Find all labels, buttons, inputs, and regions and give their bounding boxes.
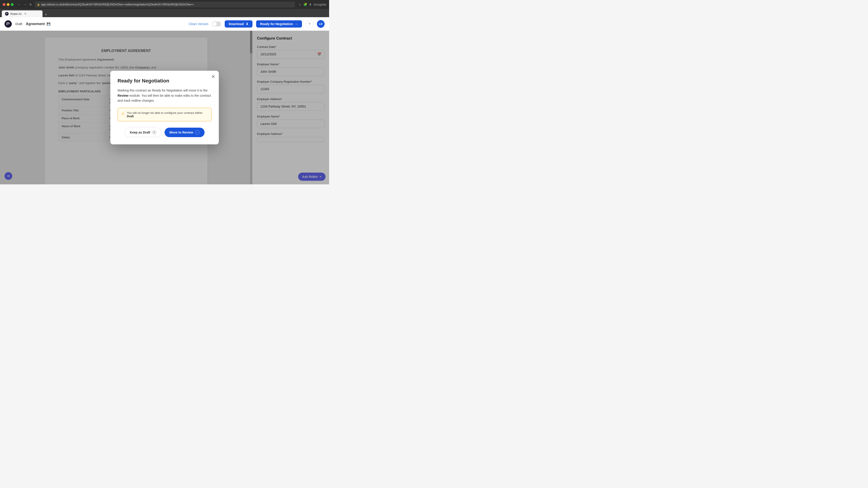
forward-btn[interactable]: → <box>23 2 28 7</box>
ready-for-negotiation-button[interactable]: Ready for Negotiation → <box>256 20 302 28</box>
ready-label: Ready for Negotiation <box>260 22 293 26</box>
keep-draft-label: Keep as Draft <box>130 131 150 134</box>
bookmark-icon[interactable]: ☆ <box>299 3 302 6</box>
new-tab-btn[interactable]: + <box>42 12 50 17</box>
help-button[interactable]: ? <box>306 20 313 28</box>
draft-bold: Draft <box>127 115 133 118</box>
lock-icon: 🔒 <box>37 3 40 6</box>
close-window-btn[interactable] <box>3 3 5 6</box>
reload-btn[interactable]: ↻ <box>29 2 33 7</box>
incognito-label: Incognito <box>313 3 327 6</box>
header-agreement-title: Agreement <box>26 22 45 26</box>
download-arrow-icon: ⬇ <box>246 22 248 26</box>
save-icon: 💾 <box>46 22 51 26</box>
minimize-window-btn[interactable] <box>7 3 9 6</box>
address-bar[interactable]: 🔒 app.robinai.co.uk/draft/contract/Q29ud… <box>35 2 295 7</box>
ready-arrow-icon: → <box>295 22 298 26</box>
keep-draft-x-icon: ✕ <box>152 130 156 134</box>
clean-version-toggle[interactable] <box>212 22 221 26</box>
modal-warning: ⚠ You will no longer be able to configur… <box>118 108 212 121</box>
extensions-icon[interactable]: 🧩 <box>303 3 307 6</box>
review-bold: Review <box>118 94 128 97</box>
download-icon[interactable]: ⬇ <box>309 3 312 6</box>
help-icon: ? <box>309 22 310 26</box>
robin-ai-favicon <box>5 12 8 15</box>
tab-title: Robin AI <box>10 12 22 15</box>
browser-chrome: ← → ↻ 🔒 app.robinai.co.uk/draft/contract… <box>0 0 329 9</box>
avatar-button[interactable]: LD <box>317 20 324 28</box>
modal-title: Ready for Negotiation <box>118 78 212 84</box>
tab-close-btn[interactable]: ✕ <box>24 12 26 15</box>
modal-warning-text: You will no longer be able to configure … <box>127 111 208 118</box>
download-label: Download <box>229 22 244 26</box>
move-review-label: Move to Review <box>169 131 193 134</box>
modal-actions: Keep as Draft ✕ Move to Review → <box>118 128 212 137</box>
header-agreement: Agreement 💾 <box>26 22 51 26</box>
modal: ✕ Ready for Negotiation Marking this con… <box>110 71 219 144</box>
clean-version-button[interactable]: Clean Version <box>188 22 208 26</box>
move-review-arrow-icon: → <box>195 130 199 135</box>
warning-icon: ⚠ <box>121 111 125 116</box>
browser-actions: ☆ 🧩 ⬇ Incognito <box>299 3 327 6</box>
header-draft-label: Draft <box>16 22 22 26</box>
modal-overlay: ✕ Ready for Negotiation Marking this con… <box>0 31 329 184</box>
back-btn[interactable]: ← <box>17 2 22 7</box>
download-button[interactable]: Download ⬇ <box>225 20 252 28</box>
window-controls <box>3 3 13 6</box>
main-layout: EMPLOYMENT AGREEMENT This Employment Agr… <box>0 31 329 184</box>
app-header: Draft Agreement 💾 Clean Version Download… <box>0 17 329 31</box>
modal-body: Marking this contract as Ready for Negot… <box>118 88 212 103</box>
browser-nav: ← → ↻ <box>17 2 33 7</box>
modal-close-button[interactable]: ✕ <box>211 74 215 79</box>
app-logo <box>4 20 12 28</box>
url-text: app.robinai.co.uk/draft/contract/Q29udHJ… <box>41 3 194 6</box>
move-to-review-button[interactable]: Move to Review → <box>164 128 205 137</box>
tab-bar: Robin AI ✕ + <box>0 9 329 17</box>
keep-draft-button[interactable]: Keep as Draft ✕ <box>125 128 161 137</box>
maximize-window-btn[interactable] <box>11 3 13 6</box>
active-tab[interactable]: Robin AI ✕ <box>2 10 42 17</box>
